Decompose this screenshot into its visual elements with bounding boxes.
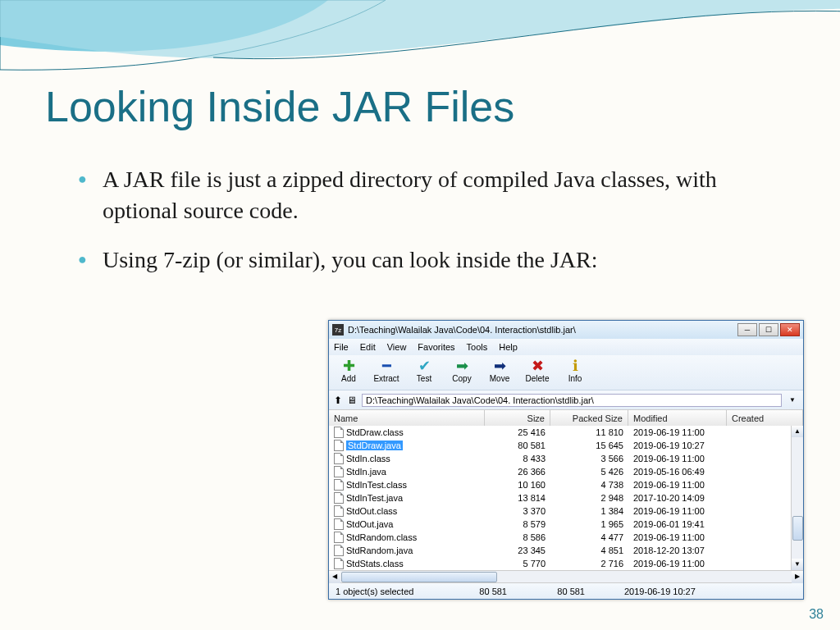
status-modified: 2019-06-19 10:27 xyxy=(591,587,803,596)
file-icon xyxy=(334,532,344,543)
column-header-row: Name Size Packed Size Modified Created xyxy=(329,409,803,426)
file-row[interactable]: StdOut.class3 3701 3842019-06-19 11:00 xyxy=(329,504,803,518)
bullet-item: Using 7-zip (or similar), you can look i… xyxy=(78,244,795,276)
close-button[interactable]: ✕ xyxy=(780,323,800,336)
menu-bar: File Edit View Favorites Tools Help xyxy=(329,339,803,355)
path-input[interactable] xyxy=(362,394,782,407)
scroll-right-icon[interactable]: ▶ xyxy=(792,571,803,583)
menu-file[interactable]: File xyxy=(334,342,349,352)
slide-title: Looking Inside JAR Files xyxy=(45,82,795,131)
page-number: 38 xyxy=(809,607,824,622)
file-row[interactable]: StdInTest.class10 1604 7382019-06-19 11:… xyxy=(329,478,803,491)
sevenzip-window: 7z D:\Teaching\Walailak Java\Code\04. In… xyxy=(328,320,804,600)
toolbar-copy-button[interactable]: ➡Copy xyxy=(447,358,477,383)
file-icon xyxy=(334,505,344,517)
menu-view[interactable]: View xyxy=(387,342,407,352)
hscroll-thumb[interactable] xyxy=(341,572,497,582)
column-size[interactable]: Size xyxy=(485,410,550,426)
scroll-up-icon[interactable]: ▲ xyxy=(792,426,803,437)
file-row[interactable]: StdRandom.class8 5864 4772019-06-19 11:0… xyxy=(329,531,803,544)
column-created[interactable]: Created xyxy=(727,410,803,426)
file-row[interactable]: StdDraw.java80 58115 6452019-06-19 10:27 xyxy=(329,439,803,452)
toolbar-test-button[interactable]: ✔Test xyxy=(409,358,439,383)
bullet-item: A JAR file is just a zipped directory of… xyxy=(78,164,795,226)
path-bar: ⬆ 🖥 ▼ xyxy=(329,390,803,409)
maximize-button[interactable]: ☐ xyxy=(759,323,778,336)
toolbar-delete-button[interactable]: ✖Delete xyxy=(523,358,552,383)
column-modified[interactable]: Modified xyxy=(628,410,727,426)
file-row[interactable]: StdRandom.java23 3454 8512018-12-20 13:0… xyxy=(329,544,803,557)
menu-tools[interactable]: Tools xyxy=(467,342,488,352)
column-packed[interactable]: Packed Size xyxy=(550,410,628,426)
toolbar-add-button[interactable]: ✚Add xyxy=(334,358,363,383)
file-icon xyxy=(334,466,344,477)
status-size1: 80 581 xyxy=(436,587,514,596)
horizontal-scrollbar[interactable]: ◀ ▶ xyxy=(329,570,803,582)
scroll-thumb[interactable] xyxy=(792,516,803,541)
vertical-scrollbar[interactable]: ▲ ▼ xyxy=(791,426,803,570)
file-icon xyxy=(334,453,344,464)
file-icon xyxy=(334,558,344,569)
file-row[interactable]: StdDraw.class25 41611 8102019-06-19 11:0… xyxy=(329,426,803,439)
file-row[interactable]: StdIn.class8 4333 5662019-06-19 11:00 xyxy=(329,452,803,465)
window-titlebar: 7z D:\Teaching\Walailak Java\Code\04. In… xyxy=(329,321,803,339)
column-name[interactable]: Name xyxy=(329,410,485,426)
file-list: StdDraw.class25 41611 8102019-06-19 11:0… xyxy=(329,426,803,570)
bullet-list: A JAR file is just a zipped directory of… xyxy=(45,164,795,275)
menu-favorites[interactable]: Favorites xyxy=(418,342,454,352)
status-size2: 80 581 xyxy=(514,587,591,596)
file-row[interactable]: StdIn.java26 3665 4262019-05-16 06:49 xyxy=(329,465,803,478)
app-icon: 7z xyxy=(332,324,344,336)
file-icon xyxy=(334,518,344,530)
menu-help[interactable]: Help xyxy=(499,342,518,352)
file-icon xyxy=(334,545,344,556)
toolbar-move-button[interactable]: ➡Move xyxy=(485,358,514,383)
file-icon xyxy=(334,440,344,451)
scroll-left-icon[interactable]: ◀ xyxy=(329,571,340,583)
up-folder-icon[interactable]: ⬆ xyxy=(334,395,342,406)
scroll-down-icon[interactable]: ▼ xyxy=(792,559,803,570)
window-title-text: D:\Teaching\Walailak Java\Code\04. Inter… xyxy=(348,325,737,335)
status-selected: 1 object(s) selected xyxy=(329,587,436,596)
file-row[interactable]: StdStats.class5 7702 7162019-06-19 11:00 xyxy=(329,557,803,570)
file-icon xyxy=(334,492,344,504)
minimize-button[interactable]: ─ xyxy=(737,323,757,336)
menu-edit[interactable]: Edit xyxy=(360,342,376,352)
file-row[interactable]: StdInTest.java13 8142 9482017-10-20 14:0… xyxy=(329,491,803,504)
file-row[interactable]: StdOut.java8 5791 9652019-06-01 19:41 xyxy=(329,518,803,531)
file-icon xyxy=(334,427,344,438)
status-bar: 1 object(s) selected 80 581 80 581 2019-… xyxy=(329,582,803,599)
toolbar-info-button[interactable]: ℹInfo xyxy=(560,358,590,383)
computer-icon[interactable]: 🖥 xyxy=(347,395,357,406)
file-icon xyxy=(334,479,344,491)
toolbar: ✚Add━Extract✔Test➡Copy➡Move✖DeleteℹInfo xyxy=(329,355,803,390)
path-dropdown-icon[interactable]: ▼ xyxy=(787,396,798,404)
toolbar-extract-button[interactable]: ━Extract xyxy=(372,358,401,383)
